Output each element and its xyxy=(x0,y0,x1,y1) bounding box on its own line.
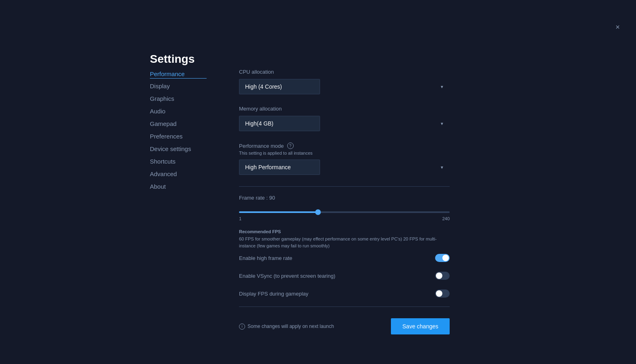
sidebar-item-gamepad[interactable]: Gamepad xyxy=(150,119,207,129)
page-title: Settings xyxy=(150,53,194,66)
performance-mode-label: Performance mode xyxy=(239,143,284,149)
divider xyxy=(239,186,450,187)
recommended-fps-section: Recommended FPS 60 FPS for smoother game… xyxy=(239,229,450,249)
close-button[interactable]: × xyxy=(615,23,620,31)
slider-labels: 1 240 xyxy=(239,216,450,221)
cpu-allocation-select[interactable]: Low (2 Cores) Medium (3 Cores) High (4 C… xyxy=(239,79,320,94)
sidebar-item-device-settings[interactable]: Device settings xyxy=(150,144,207,154)
toggle-high-frame-rate[interactable] xyxy=(435,254,450,262)
settings-container: Performance Display Graphics Audio Gamep… xyxy=(0,0,636,334)
sidebar: Performance Display Graphics Audio Gamep… xyxy=(150,49,207,334)
info-icon: i xyxy=(239,324,245,330)
frame-rate-section: Frame rate : 90 1 240 xyxy=(239,195,450,221)
recommended-fps-description: 60 FPS for smoother gameplay (may effect… xyxy=(239,236,450,249)
performance-mode-wrapper: Power Saver Balanced High Performance Ul… xyxy=(239,160,450,175)
footer-note: i Some changes will apply on next launch xyxy=(239,324,334,330)
save-changes-button[interactable]: Save changes xyxy=(391,318,450,334)
toggles-section: Enable high frame rate Enable VSync (to … xyxy=(239,249,450,302)
help-icon[interactable]: ? xyxy=(287,143,294,149)
footer-note-text: Some changes will apply on next launch xyxy=(248,324,334,329)
slider-min-label: 1 xyxy=(239,216,241,221)
performance-mode-sublabel: This setting is applied to all instances xyxy=(239,151,450,155)
recommended-fps-title: Recommended FPS xyxy=(239,229,450,234)
cpu-allocation-arrow-icon: ▼ xyxy=(440,85,444,89)
sidebar-item-audio[interactable]: Audio xyxy=(150,106,207,116)
performance-mode-header: Performance mode ? xyxy=(239,143,450,149)
performance-mode-arrow-icon: ▼ xyxy=(440,165,444,170)
memory-allocation-arrow-icon: ▼ xyxy=(440,121,444,126)
memory-allocation-section: Memory allocation Low(1 GB) Medium(2 GB)… xyxy=(239,106,450,131)
sidebar-item-performance[interactable]: Performance xyxy=(150,69,207,79)
cpu-allocation-label: CPU allocation xyxy=(239,69,450,75)
performance-mode-select[interactable]: Power Saver Balanced High Performance Ul… xyxy=(239,160,320,175)
memory-allocation-label: Memory allocation xyxy=(239,106,450,112)
toggle-label-vsync: Enable VSync (to prevent screen tearing) xyxy=(239,273,335,279)
frame-rate-slider[interactable] xyxy=(239,211,450,213)
toggle-row-high-frame-rate: Enable high frame rate xyxy=(239,249,450,267)
sidebar-item-preferences[interactable]: Preferences xyxy=(150,131,207,141)
cpu-allocation-wrapper: Low (2 Cores) Medium (3 Cores) High (4 C… xyxy=(239,79,450,94)
sidebar-item-graphics[interactable]: Graphics xyxy=(150,94,207,104)
frame-rate-label: Frame rate : 90 xyxy=(239,195,450,201)
toggle-knob-high-frame-rate xyxy=(442,255,449,261)
toggle-row-vsync: Enable VSync (to prevent screen tearing) xyxy=(239,267,450,285)
toggle-knob-vsync xyxy=(436,272,442,279)
main-content: CPU allocation Low (2 Cores) Medium (3 C… xyxy=(239,49,450,334)
toggle-knob-display-fps xyxy=(436,290,442,297)
performance-mode-section: Performance mode ? This setting is appli… xyxy=(239,143,450,175)
sidebar-item-about[interactable]: About xyxy=(150,181,207,192)
toggle-row-display-fps: Display FPS during gameplay xyxy=(239,285,450,302)
toggle-label-high-frame-rate: Enable high frame rate xyxy=(239,255,292,261)
toggle-vsync[interactable] xyxy=(435,272,450,280)
toggle-label-display-fps: Display FPS during gameplay xyxy=(239,291,308,297)
slider-max-label: 240 xyxy=(442,216,450,221)
footer: i Some changes will apply on next launch… xyxy=(239,307,450,334)
sidebar-item-display[interactable]: Display xyxy=(150,81,207,91)
memory-allocation-wrapper: Low(1 GB) Medium(2 GB) High(4 GB) Ultra(… xyxy=(239,116,450,131)
toggle-display-fps[interactable] xyxy=(435,289,450,298)
sidebar-item-advanced[interactable]: Advanced xyxy=(150,169,207,179)
cpu-allocation-section: CPU allocation Low (2 Cores) Medium (3 C… xyxy=(239,69,450,94)
memory-allocation-select[interactable]: Low(1 GB) Medium(2 GB) High(4 GB) Ultra(… xyxy=(239,116,320,131)
sidebar-item-shortcuts[interactable]: Shortcuts xyxy=(150,156,207,166)
